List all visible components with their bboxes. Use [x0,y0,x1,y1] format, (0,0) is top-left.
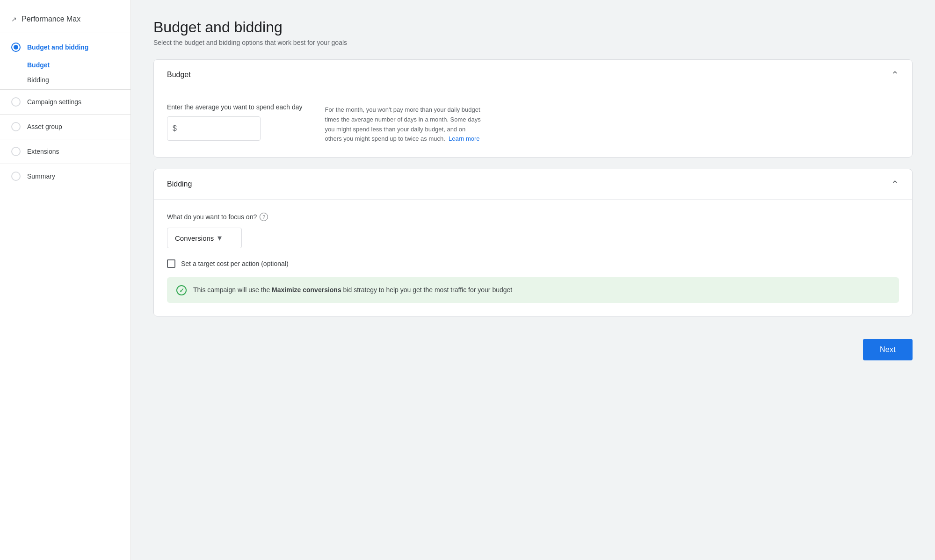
help-icon[interactable]: ? [260,213,268,221]
sidebar-item-label: Budget and bidding [27,43,88,51]
budget-info-text: For the month, you won't pay more than y… [325,103,484,144]
budget-input[interactable] [167,116,261,141]
sidebar-divider-2 [0,114,130,115]
dropdown-arrow-icon: ▾ [217,233,222,243]
sidebar-item-asset-group[interactable]: Asset group [0,116,130,137]
conversions-dropdown[interactable]: Conversions ▾ [167,228,242,248]
sidebar-campaign-type: Performance Max [22,15,80,23]
budget-card-header: Budget ⌃ [154,60,912,90]
sidebar-divider-3 [0,139,130,139]
sidebar-divider-1 [0,89,130,90]
sidebar-divider-4 [0,164,130,164]
budget-input-section: Enter the average you want to spend each… [167,103,303,141]
budget-card-title: Budget [167,71,191,79]
main-content: Budget and bidding Select the budget and… [131,0,935,560]
nav-circle-extensions [11,147,21,156]
next-button[interactable]: Next [863,339,913,360]
bidding-focus-label-row: What do you want to focus on? ? [167,213,899,221]
nav-circle-summary [11,172,21,181]
sidebar-item-campaign-settings[interactable]: Campaign settings [0,92,130,112]
sidebar-item-label: Summary [27,172,55,180]
budget-input-wrapper: $ [167,116,261,141]
sidebar-item-label: Campaign settings [27,98,81,106]
learn-more-link[interactable]: Learn more [449,135,479,142]
info-banner-text: This campaign will use the Maximize conv… [193,285,512,295]
footer: Next [153,328,913,364]
budget-card-body: Enter the average you want to spend each… [154,90,912,157]
target-cpa-checkbox[interactable] [167,259,175,268]
sidebar-item-label: Asset group [27,123,62,130]
checkmark: ✓ [179,287,184,294]
bidding-card-header: Bidding ⌃ [154,169,912,200]
dollar-sign: $ [173,124,177,133]
bidding-card-body: What do you want to focus on? ? Conversi… [154,200,912,316]
nav-circle-campaign-settings [11,97,21,107]
target-cpa-row: Set a target cost per action (optional) [167,259,899,268]
budget-collapse-icon[interactable]: ⌃ [891,69,899,80]
budget-card: Budget ⌃ Enter the average you want to s… [153,59,913,158]
dropdown-value: Conversions [175,234,214,242]
nav-circle-budget-bidding [11,43,21,52]
trend-icon: ↗ [11,15,17,23]
budget-input-label: Enter the average you want to spend each… [167,103,303,111]
sidebar-item-label: Extensions [27,148,59,155]
info-banner: ✓ This campaign will use the Maximize co… [167,277,899,303]
sidebar-item-extensions[interactable]: Extensions [0,141,130,162]
bidding-card: Bidding ⌃ What do you want to focus on? … [153,169,913,316]
bidding-collapse-icon[interactable]: ⌃ [891,179,899,190]
sidebar-header: ↗ Performance Max [0,11,130,33]
sidebar-item-budget-and-bidding[interactable]: Budget and bidding [0,37,130,57]
target-cpa-label: Set a target cost per action (optional) [181,260,289,267]
sidebar-sub-item-budget[interactable]: Budget [0,57,130,72]
page-title: Budget and bidding [153,19,913,36]
bidding-focus-label: What do you want to focus on? [167,213,257,221]
sidebar-sub-item-bidding[interactable]: Bidding [0,72,130,87]
bidding-card-title: Bidding [167,180,192,188]
check-circle-icon: ✓ [176,285,187,295]
sidebar-item-summary[interactable]: Summary [0,166,130,187]
sidebar: ↗ Performance Max Budget and bidding Bud… [0,0,131,560]
budget-layout: Enter the average you want to spend each… [167,103,899,144]
nav-circle-asset-group [11,122,21,131]
page-subtitle: Select the budget and bidding options th… [153,39,913,46]
